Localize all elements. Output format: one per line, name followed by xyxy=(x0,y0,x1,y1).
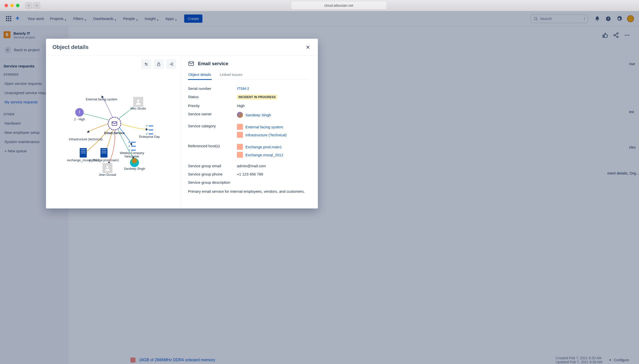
detail-status: Status INCIDENT IN PROGRESS xyxy=(188,92,310,102)
detail-category: Service category External facing system … xyxy=(188,122,310,142)
project-type: Service project xyxy=(14,36,35,39)
svg-point-11 xyxy=(628,35,629,36)
share-icon[interactable] xyxy=(613,32,619,39)
graph-canvas[interactable]: Email.Service External facing system !2 … xyxy=(50,60,177,205)
maximize-window-dot[interactable] xyxy=(16,4,20,7)
graph-node-priority[interactable]: !2 - High xyxy=(62,108,97,121)
chevron-down-icon xyxy=(85,18,87,20)
owner-link[interactable]: Sandeep Singh xyxy=(245,113,271,117)
nav-your-work[interactable]: Your work xyxy=(25,14,47,23)
created-timestamp: Created Feb 7, 2021 8:30 AM xyxy=(555,356,602,360)
object-details-modal: Object details xyxy=(46,39,318,208)
swatch-icon xyxy=(237,132,243,138)
svg-point-10 xyxy=(626,35,627,36)
detail-phone: Service group phone +1 123 456 789 xyxy=(188,170,310,178)
object-title-row: Email service xyxy=(188,60,310,67)
help-icon[interactable]: ? xyxy=(605,16,611,22)
svg-point-21 xyxy=(137,100,139,102)
user-avatar[interactable] xyxy=(627,15,634,22)
detail-hosts: Referenced host(s) Exchange.prod.main1 E… xyxy=(188,142,310,162)
chevron-down-icon xyxy=(157,18,159,20)
nav-people[interactable]: People xyxy=(121,14,141,23)
nav-apps[interactable]: Apps xyxy=(163,14,180,23)
svg-point-0 xyxy=(534,17,537,20)
status-badge: INCIDENT IN PROGRESS xyxy=(237,94,277,100)
nav-filters[interactable]: Filters xyxy=(71,14,90,23)
project-name: Bancly IT xyxy=(14,31,35,36)
detail-owner: Service owner Sandeep Singh xyxy=(188,110,310,122)
back-arrow-icon xyxy=(5,47,11,53)
close-window-dot[interactable] xyxy=(5,4,8,7)
chevron-down-icon xyxy=(175,18,178,20)
forward-button[interactable] xyxy=(33,2,41,9)
graph-node-ext-facing[interactable]: External facing system xyxy=(84,88,119,101)
serial-link[interactable]: ITSM-2 xyxy=(237,86,249,91)
modal-header: Object details xyxy=(46,39,318,56)
graph-node-wes[interactable]: Wes Shults xyxy=(121,97,156,110)
details-panel: Email service Object details Linked issu… xyxy=(181,56,318,208)
browser-chrome: cloud.atlassian.net xyxy=(0,0,639,11)
detail-priority: Priority High xyxy=(188,102,310,110)
svg-line-1 xyxy=(536,20,537,20)
detail-serial: Serial number ITSM-2 xyxy=(188,84,310,92)
window-controls xyxy=(5,4,20,7)
svg-line-7 xyxy=(615,34,617,35)
graph-node-sandeep[interactable]: Sandeep Singh xyxy=(117,158,152,170)
graph-panel: Email.Service External facing system !2 … xyxy=(46,56,181,208)
nav-insight[interactable]: Insight xyxy=(142,14,162,23)
updated-timestamp: Updated Feb 7, 2021 8:38 AM xyxy=(555,360,602,364)
bleed-memory-link[interactable]: 16GB of 2666MHz DDR4 onboard memory xyxy=(139,358,215,362)
svg-point-9 xyxy=(625,35,626,36)
chevron-down-icon xyxy=(115,18,117,20)
content-actions xyxy=(602,32,630,39)
configure-button[interactable]: Configure xyxy=(608,358,629,362)
svg-point-20 xyxy=(106,166,108,168)
modal-title: Object details xyxy=(53,44,89,50)
search-placeholder: Search xyxy=(540,16,552,21)
swatch-icon xyxy=(237,124,243,130)
nav-dashboards[interactable]: Dashboards xyxy=(91,14,120,23)
minimize-window-dot[interactable] xyxy=(10,4,14,7)
description-text: Primary email service for internal emplo… xyxy=(188,188,310,194)
settings-icon[interactable] xyxy=(616,16,622,22)
back-button[interactable] xyxy=(25,2,33,9)
graph-node-enterprise-day[interactable]: Enterprise Day xyxy=(132,126,167,138)
object-title: Email service xyxy=(198,61,228,66)
svg-text:?: ? xyxy=(607,17,609,20)
svg-line-8 xyxy=(615,36,617,37)
bleed-text: nse xyxy=(629,59,639,69)
tab-object-details[interactable]: Object details xyxy=(188,71,212,80)
graph-node-newsletter[interactable]: Weekly Company Newsletter xyxy=(114,142,149,158)
graph-node-infra[interactable]: Infrastructure (technical) xyxy=(68,128,103,141)
svg-point-5 xyxy=(614,34,615,36)
search-input[interactable]: Search / xyxy=(531,14,588,23)
app-switcher-icon[interactable] xyxy=(5,15,12,22)
url-bar[interactable]: cloud.atlassian.net xyxy=(291,2,386,9)
thumbs-up-icon[interactable] xyxy=(602,32,608,39)
host-link[interactable]: Exchange.prod.main1 xyxy=(245,145,282,149)
topnav-actions: ? xyxy=(594,15,634,22)
search-icon xyxy=(533,16,538,21)
bleed-text: est xyxy=(629,106,639,117)
tabs: Object details Linked issues xyxy=(188,71,310,80)
owner-avatar xyxy=(237,112,243,118)
bleed-text: ment details, Org... xyxy=(607,171,639,175)
top-navigation: Your work Projects Filters Dashboards Pe… xyxy=(0,11,639,26)
host-link[interactable]: Exchange.mssql_2012 xyxy=(245,153,283,157)
product-logo-icon[interactable] xyxy=(15,16,21,22)
tab-linked-issues[interactable]: Linked issues xyxy=(219,71,243,80)
notifications-icon[interactable] xyxy=(594,16,600,22)
bleed-text: cles xyxy=(629,142,639,152)
chevron-down-icon xyxy=(65,18,67,20)
swatch-icon xyxy=(237,144,243,150)
search-shortcut: / xyxy=(584,17,585,21)
close-button[interactable] xyxy=(304,44,311,51)
category-link[interactable]: Infrastructure (Technical) xyxy=(245,133,287,137)
category-link[interactable]: External facing system xyxy=(245,125,283,129)
create-button[interactable]: Create xyxy=(184,14,202,23)
more-icon[interactable] xyxy=(624,32,630,39)
svg-point-4 xyxy=(617,33,618,34)
swatch-icon xyxy=(130,358,135,362)
nav-projects[interactable]: Projects xyxy=(48,14,70,23)
svg-point-6 xyxy=(617,36,618,38)
